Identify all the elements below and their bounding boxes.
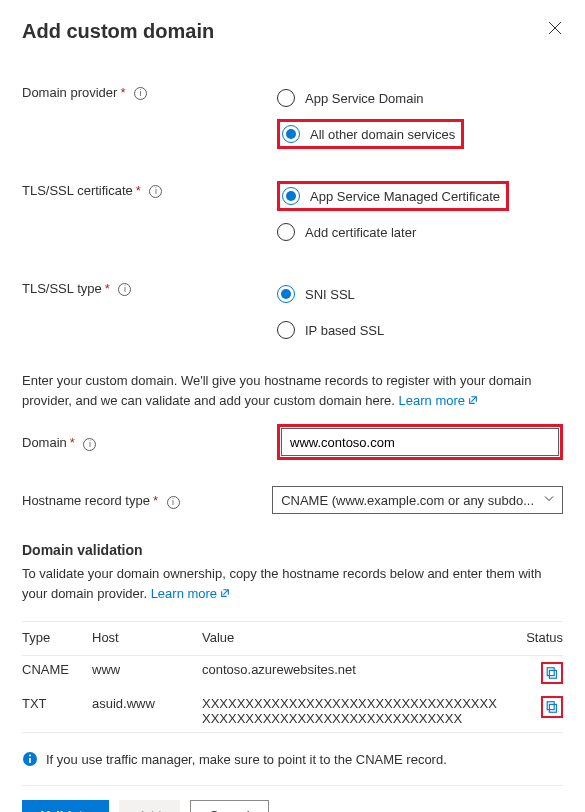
- validation-heading: Domain validation: [22, 542, 563, 558]
- info-icon[interactable]: i: [83, 438, 96, 451]
- info-icon[interactable]: i: [134, 87, 147, 100]
- col-host: Host: [92, 622, 202, 655]
- learn-more-link[interactable]: Learn more: [399, 393, 478, 408]
- validation-desc: To validate your domain ownership, copy …: [22, 564, 563, 603]
- radio-label: Add certificate later: [305, 225, 416, 240]
- col-type: Type: [22, 622, 92, 655]
- col-status: Status: [508, 622, 563, 655]
- cancel-button[interactable]: Cancel: [190, 800, 268, 812]
- copy-icon[interactable]: [541, 662, 563, 684]
- add-button: Add: [119, 800, 180, 812]
- radio-managed-cert[interactable]: [282, 187, 300, 205]
- validation-table: Type Host Value Status CNAME www contoso…: [22, 622, 563, 732]
- close-icon[interactable]: [547, 20, 563, 36]
- radio-app-service-domain[interactable]: [277, 89, 295, 107]
- svg-rect-3: [547, 702, 554, 710]
- col-value: Value: [202, 622, 508, 655]
- external-link-icon: [220, 584, 230, 594]
- page-title: Add custom domain: [22, 20, 214, 43]
- domain-provider-label: Domain provider* i: [22, 83, 277, 100]
- radio-add-cert-later[interactable]: [277, 223, 295, 241]
- svg-rect-1: [547, 668, 554, 676]
- tls-cert-label: TLS/SSL certificate* i: [22, 181, 277, 198]
- hostname-record-type-select[interactable]: CNAME (www.example.com or any subdo...: [272, 486, 563, 514]
- info-icon: [22, 751, 38, 767]
- tls-type-label: TLS/SSL type* i: [22, 279, 277, 296]
- svg-rect-2: [549, 704, 556, 712]
- svg-rect-0: [549, 670, 556, 678]
- domain-label: Domain* i: [22, 433, 277, 450]
- copy-icon[interactable]: [541, 696, 563, 718]
- domain-input[interactable]: [281, 428, 559, 456]
- radio-ip-based-ssl[interactable]: [277, 321, 295, 339]
- radio-label: IP based SSL: [305, 323, 384, 338]
- external-link-icon: [468, 391, 478, 401]
- radio-sni-ssl[interactable]: [277, 285, 295, 303]
- radio-label: App Service Managed Certificate: [310, 189, 500, 204]
- radio-label: App Service Domain: [305, 91, 424, 106]
- info-icon[interactable]: i: [167, 496, 180, 509]
- info-icon[interactable]: i: [149, 185, 162, 198]
- radio-all-other-domain-services[interactable]: [282, 125, 300, 143]
- hostname-type-label: Hostname record type* i: [22, 491, 272, 508]
- table-row: TXT asuid.www XXXXXXXXXXXXXXXXXXXXXXXXXX…: [22, 690, 563, 732]
- info-icon[interactable]: i: [118, 283, 131, 296]
- info-bar: If you use traffic manager, make sure to…: [22, 751, 563, 767]
- intro-text: Enter your custom domain. We'll give you…: [22, 371, 563, 410]
- svg-rect-5: [29, 758, 31, 763]
- radio-label: SNI SSL: [305, 287, 355, 302]
- radio-label: All other domain services: [310, 127, 455, 142]
- table-row: CNAME www contoso.azurewebsites.net: [22, 656, 563, 690]
- validate-button[interactable]: Validate: [22, 800, 109, 812]
- learn-more-link[interactable]: Learn more: [151, 586, 230, 601]
- svg-point-6: [29, 755, 31, 757]
